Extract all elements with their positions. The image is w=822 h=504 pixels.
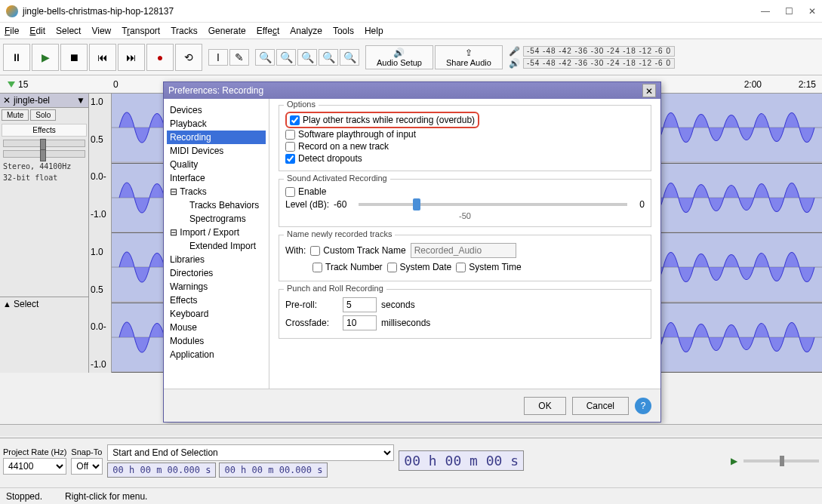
effects-button[interactable]: Effects [2, 124, 87, 137]
zoom-toggle-button[interactable]: 🔍 [340, 49, 359, 66]
dropdown-icon[interactable]: ▼ [76, 95, 85, 106]
selection-mode-select[interactable]: Start and End of Selection [107, 444, 394, 461]
play-button[interactable]: ▶ [32, 44, 59, 71]
menu-select[interactable]: Select [56, 26, 81, 36]
horizontal-scrollbar[interactable] [0, 424, 822, 436]
tree-libraries[interactable]: Libraries [167, 253, 266, 266]
tree-modules[interactable]: Modules [167, 334, 266, 348]
menu-generate[interactable]: Generate [208, 26, 246, 36]
loop-button[interactable]: ⟲ [175, 44, 202, 71]
tree-mouse[interactable]: Mouse [167, 321, 266, 334]
position-timecode[interactable]: 00 h 00 m 00 s [399, 450, 524, 471]
fit-project-button[interactable]: 🔍 [319, 49, 338, 66]
system-date-checkbox[interactable] [387, 263, 397, 272]
zoom-out-button[interactable]: 🔍 [276, 49, 296, 66]
help-button[interactable]: ? [635, 398, 651, 414]
close-button[interactable]: ✕ [808, 6, 816, 17]
dialog-footer: OK Cancel ? [164, 389, 660, 422]
preroll-input[interactable] [343, 297, 377, 312]
tree-spectrograms[interactable]: Spectrograms [167, 212, 266, 226]
menu-help[interactable]: Help [365, 26, 383, 36]
menu-view[interactable]: View [91, 26, 111, 36]
stop-button[interactable]: ⏹ [60, 44, 88, 71]
play-meter[interactable]: -54 -48 -42 -36 -30 -24 -18 -12 -6 0 [523, 58, 675, 69]
cancel-button[interactable]: Cancel [572, 397, 629, 415]
tree-effects[interactable]: Effects [167, 293, 266, 307]
skip-start-button[interactable]: ⏮ [89, 44, 116, 71]
tree-recording[interactable]: Recording [167, 131, 266, 144]
playback-speed-slider[interactable] [743, 459, 819, 463]
audio-setup-button[interactable]: 🔊 Audio Setup [365, 45, 433, 69]
selection-start-timecode[interactable]: 00 h 00 m 00.000 s [107, 463, 216, 478]
track-header[interactable]: ✕ jingle-bel ▼ [0, 94, 88, 108]
zoom-in-button[interactable]: 🔍 [255, 49, 275, 66]
fit-selection-button[interactable]: 🔍 [297, 49, 317, 66]
dialog-close-button[interactable]: ✕ [642, 84, 656, 97]
options-group: Options Play other tracks while recordin… [279, 105, 651, 171]
mute-button[interactable]: Mute [2, 109, 29, 121]
record-meter[interactable]: -54 -48 -42 -36 -30 -24 -18 -12 -6 0 [523, 46, 675, 57]
snap-to-select[interactable]: Off [71, 458, 103, 475]
pause-button[interactable]: ⏸ [3, 44, 30, 71]
tree-warnings[interactable]: Warnings [167, 280, 266, 293]
overdub-checkbox[interactable] [290, 115, 300, 125]
track-name[interactable]: jingle-bel [14, 95, 50, 106]
close-track-icon[interactable]: ✕ [3, 95, 11, 106]
menu-tracks[interactable]: Tracks [171, 26, 198, 36]
envelope-tool-button[interactable]: ✎ [229, 49, 249, 66]
play-at-speed-button[interactable]: ▶ [731, 456, 737, 466]
skip-end-button[interactable]: ⏭ [118, 44, 145, 71]
project-rate-select[interactable]: 44100 [3, 458, 66, 475]
tree-import-export[interactable]: ⊟ Import / Export [167, 226, 266, 239]
sar-enable-checkbox[interactable] [285, 187, 295, 197]
ok-button[interactable]: OK [524, 397, 565, 415]
track-number-label: Track Number [325, 262, 383, 272]
tree-tracks-behaviors[interactable]: Tracks Behaviors [167, 198, 266, 212]
solo-button[interactable]: Solo [30, 109, 56, 121]
dialog-title: Preferences: Recording [168, 85, 263, 96]
playhead-marker-icon[interactable] [8, 81, 15, 88]
gain-slider[interactable] [3, 140, 85, 147]
with-label: With: [285, 245, 306, 256]
playthrough-checkbox[interactable] [285, 130, 295, 140]
selection-end-timecode[interactable]: 00 h 00 m 00.000 s [219, 463, 328, 478]
menu-transport[interactable]: Transport [122, 26, 160, 36]
prefs-content: Options Play other tracks while recordin… [269, 99, 660, 389]
preferences-dialog: Preferences: Recording ✕ Devices Playbac… [163, 81, 661, 423]
minimize-button[interactable]: — [761, 6, 770, 17]
tree-interface[interactable]: Interface [167, 171, 266, 185]
tree-playback[interactable]: Playback [167, 117, 266, 131]
menu-file[interactable]: File [5, 26, 19, 36]
share-audio-button[interactable]: ⇪ Share Audio [435, 45, 503, 69]
tree-tracks[interactable]: ⊟ Tracks [167, 185, 266, 198]
select-track-button[interactable]: ▲ Select [0, 297, 88, 311]
record-button[interactable]: ● [146, 44, 174, 71]
maximize-button[interactable]: ☐ [785, 6, 793, 17]
track-number-checkbox[interactable] [312, 263, 322, 272]
tree-midi[interactable]: MIDI Devices [167, 144, 266, 158]
dropouts-checkbox[interactable] [285, 154, 295, 164]
ms-label: milliseconds [381, 318, 430, 328]
crossfade-input[interactable] [343, 315, 377, 330]
pan-slider[interactable] [3, 150, 85, 158]
slider-thumb-icon[interactable] [413, 198, 420, 211]
newtrack-checkbox[interactable] [285, 142, 295, 152]
level-slider[interactable] [359, 203, 627, 206]
menu-analyze[interactable]: Analyze [290, 26, 322, 36]
tree-directories[interactable]: Directories [167, 266, 266, 280]
tree-application[interactable]: Application [167, 348, 266, 361]
tree-quality[interactable]: Quality [167, 158, 266, 171]
menu-effect[interactable]: Effect [257, 26, 279, 36]
custom-name-checkbox[interactable] [310, 246, 320, 256]
selection-tool-button[interactable]: I [208, 49, 228, 66]
menu-tools[interactable]: Tools [333, 26, 354, 36]
tree-devices[interactable]: Devices [167, 103, 266, 117]
proj-rate-label: Project Rate (Hz) [3, 447, 66, 456]
system-time-checkbox[interactable] [456, 263, 466, 272]
ruler-time-0: 15 [18, 79, 28, 90]
dialog-titlebar[interactable]: Preferences: Recording ✕ [164, 82, 660, 99]
tree-keyboard[interactable]: Keyboard [167, 307, 266, 321]
menu-edit[interactable]: Edit [29, 26, 45, 36]
track-name-input[interactable] [411, 243, 516, 258]
tree-extended-import[interactable]: Extended Import [167, 239, 266, 253]
